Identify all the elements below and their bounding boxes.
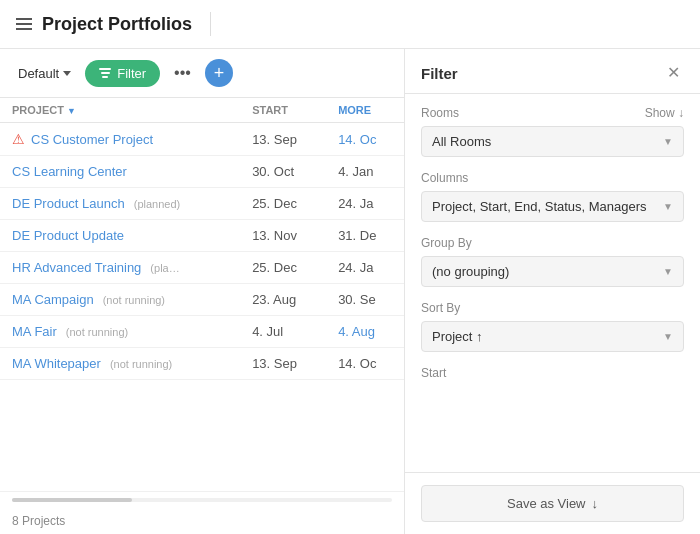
project-cell: MA Fair(not running)	[0, 316, 240, 348]
project-table: PROJECT ▼ START MORE ⚠CS Customer Projec…	[0, 98, 404, 380]
save-as-view-button[interactable]: Save as View ↓	[421, 485, 684, 522]
project-cell: DE Product Launch(planned)	[0, 188, 240, 220]
group-by-section-header: Group By	[421, 236, 684, 250]
menu-icon[interactable]	[16, 18, 32, 30]
table-row: DE Product Update13. Nov31. De	[0, 220, 404, 252]
add-button[interactable]: +	[205, 59, 233, 87]
columns-section: Columns Project, Start, End, Status, Man…	[421, 171, 684, 222]
sort-by-value: Project ↑	[432, 329, 483, 344]
group-by-arrow-icon: ▼	[663, 266, 673, 277]
project-name[interactable]: MA Campaign	[12, 292, 94, 307]
start-date: 13. Nov	[240, 220, 326, 252]
rooms-arrow-icon: ▼	[663, 136, 673, 147]
project-name[interactable]: HR Advanced Training	[12, 260, 141, 275]
project-tag: (planned)	[134, 198, 180, 210]
project-cell: ⚠CS Customer Project	[0, 123, 240, 156]
project-tag: (not running)	[66, 326, 128, 338]
table-row: HR Advanced Training(pla…25. Dec24. Ja	[0, 252, 404, 284]
page-title: Project Portfolios	[42, 14, 192, 35]
sort-by-section-header: Sort By	[421, 301, 684, 315]
rooms-section: Rooms Show ↓ All Rooms ▼	[421, 106, 684, 157]
default-view-button[interactable]: Default	[12, 62, 77, 85]
scroll-track[interactable]	[12, 498, 392, 502]
more-date: 31. De	[326, 220, 404, 252]
start-date: 30. Oct	[240, 156, 326, 188]
group-by-value: (no grouping)	[432, 264, 509, 279]
more-date: 4. Jan	[326, 156, 404, 188]
table-row: CS Learning Center30. Oct4. Jan	[0, 156, 404, 188]
main-content: Default Filter ••• + PROJECT ▼	[0, 49, 700, 534]
filter-footer: Save as View ↓	[405, 472, 700, 534]
filter-panel: Filter ✕ Rooms Show ↓ All Rooms ▼ Column…	[405, 49, 700, 534]
rooms-select[interactable]: All Rooms ▼	[421, 126, 684, 157]
project-tag: (not running)	[110, 358, 172, 370]
scroll-bar-area	[0, 491, 404, 508]
columns-select[interactable]: Project, Start, End, Status, Managers ▼	[421, 191, 684, 222]
columns-value: Project, Start, End, Status, Managers	[432, 199, 647, 214]
project-name[interactable]: DE Product Launch	[12, 196, 125, 211]
start-section: Start	[421, 366, 684, 380]
header-divider	[210, 12, 211, 36]
columns-label: Columns	[421, 171, 468, 185]
project-name[interactable]: CS Customer Project	[31, 132, 153, 147]
start-date: 4. Jul	[240, 316, 326, 348]
error-icon: ⚠	[12, 131, 25, 147]
columns-section-header: Columns	[421, 171, 684, 185]
project-table-container: PROJECT ▼ START MORE ⚠CS Customer Projec…	[0, 98, 404, 491]
start-date: 13. Sep	[240, 348, 326, 380]
group-by-label: Group By	[421, 236, 472, 250]
sort-by-arrow-icon: ▼	[663, 331, 673, 342]
table-header-row: PROJECT ▼ START MORE	[0, 98, 404, 123]
project-cell: DE Product Update	[0, 220, 240, 252]
start-label: Start	[421, 366, 446, 380]
rooms-show-link[interactable]: Show ↓	[645, 106, 684, 120]
project-tag: (pla…	[150, 262, 179, 274]
table-row: ⚠CS Customer Project13. Sep14. Oc	[0, 123, 404, 156]
more-options-button[interactable]: •••	[168, 60, 197, 86]
rooms-value: All Rooms	[432, 134, 491, 149]
filter-header: Filter ✕	[405, 49, 700, 94]
app-header: Project Portfolios	[0, 0, 700, 49]
left-panel: Default Filter ••• + PROJECT ▼	[0, 49, 405, 534]
toolbar: Default Filter ••• +	[0, 49, 404, 98]
more-date: 4. Aug	[326, 316, 404, 348]
more-date: 24. Ja	[326, 252, 404, 284]
project-name[interactable]: MA Whitepaper	[12, 356, 101, 371]
sort-by-label: Sort By	[421, 301, 460, 315]
col-project[interactable]: PROJECT ▼	[0, 98, 240, 123]
col-start[interactable]: START	[240, 98, 326, 123]
save-view-label: Save as View	[507, 496, 586, 511]
filter-body: Rooms Show ↓ All Rooms ▼ Columns Project…	[405, 94, 700, 472]
group-by-select[interactable]: (no grouping) ▼	[421, 256, 684, 287]
sort-by-select[interactable]: Project ↑ ▼	[421, 321, 684, 352]
project-name[interactable]: CS Learning Center	[12, 164, 127, 179]
close-filter-button[interactable]: ✕	[663, 63, 684, 83]
sort-by-section: Sort By Project ↑ ▼	[421, 301, 684, 352]
default-label: Default	[18, 66, 59, 81]
group-by-section: Group By (no grouping) ▼	[421, 236, 684, 287]
filter-title: Filter	[421, 65, 458, 82]
start-date: 25. Dec	[240, 188, 326, 220]
more-date: 14. Oc	[326, 348, 404, 380]
rooms-section-header: Rooms Show ↓	[421, 106, 684, 120]
filter-label: Filter	[117, 66, 146, 81]
project-name[interactable]: MA Fair	[12, 324, 57, 339]
project-cell: CS Learning Center	[0, 156, 240, 188]
table-row: MA Fair(not running)4. Jul4. Aug	[0, 316, 404, 348]
project-name[interactable]: DE Product Update	[12, 228, 124, 243]
scroll-thumb[interactable]	[12, 498, 132, 502]
filter-icon	[99, 68, 111, 78]
col-more[interactable]: MORE	[326, 98, 404, 123]
project-cell: HR Advanced Training(pla…	[0, 252, 240, 284]
filter-button[interactable]: Filter	[85, 60, 160, 87]
start-date: 13. Sep	[240, 123, 326, 156]
more-date: 14. Oc	[326, 123, 404, 156]
chevron-down-icon	[63, 71, 71, 76]
table-row: MA Whitepaper(not running)13. Sep14. Oc	[0, 348, 404, 380]
project-tag: (not running)	[103, 294, 165, 306]
columns-arrow-icon: ▼	[663, 201, 673, 212]
start-section-header: Start	[421, 366, 684, 380]
more-date: 24. Ja	[326, 188, 404, 220]
table-row: MA Campaign(not running)23. Aug30. Se	[0, 284, 404, 316]
project-count: 8 Projects	[0, 508, 404, 534]
